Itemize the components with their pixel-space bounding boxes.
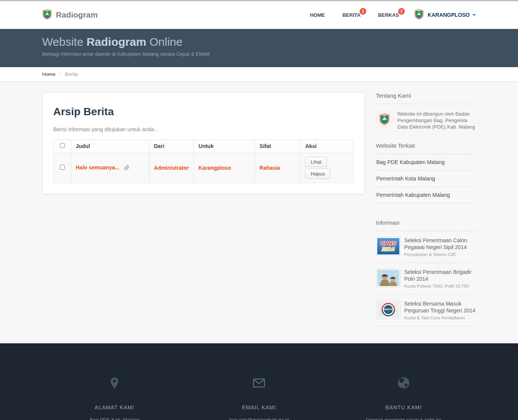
berita-title-link[interactable]: Halo semuanya...	[76, 164, 119, 171]
breadcrumb-home-link[interactable]: Home	[42, 71, 56, 77]
user-name: KARANGPLOSO	[428, 12, 470, 18]
berita-sender-link[interactable]: Administrator	[154, 165, 189, 171]
hero-title: Website Radiogram Online	[42, 35, 476, 48]
user-menu[interactable]: KARANGPLOSO	[414, 9, 476, 21]
related-section: Website Terkait Bag PDE Kabupaten Malang…	[376, 142, 476, 203]
nav-item-berita[interactable]: BERITA 1	[343, 12, 360, 18]
col-header-untuk: Untuk	[194, 140, 255, 153]
envelope-icon	[252, 385, 266, 391]
related-link-kota-malang[interactable]: Pemerintah Kota Malang	[376, 171, 476, 187]
table-header-row: Judul Dari Untuk Sifat Aksi	[53, 140, 353, 153]
info-heading: Informasi	[376, 219, 476, 231]
sidebar: Tentang Kami Website ini dibangun oleh B…	[376, 92, 476, 326]
footer-email-title: EMAIL KAMI	[187, 404, 331, 410]
berkas-count-badge: 1	[398, 8, 405, 14]
brand-name: Radiogram	[56, 10, 98, 19]
col-header-judul: Judul	[71, 140, 149, 153]
breadcrumb: Home / Berita	[42, 67, 476, 77]
berita-table: Judul Dari Untuk Sifat Aksi Halo semuany…	[53, 139, 354, 183]
col-header-aksi: Aksi	[301, 140, 353, 153]
breadcrumb-bar: Home / Berita	[0, 67, 518, 82]
navbar: Radiogram HOME BERITA 1 BERKAS 1	[0, 1, 518, 29]
nav-item-berkas[interactable]: BERKAS 1	[378, 12, 399, 18]
footer: ALAMAT KAMI Bag PDE Kab. Malang EMAIL KA…	[0, 343, 518, 420]
paperclip-icon	[124, 165, 130, 172]
site-crest-icon	[42, 9, 52, 21]
col-header-dari: Dari	[149, 140, 194, 153]
globe-icon	[397, 385, 410, 391]
about-heading: Tentang Kami	[376, 92, 476, 104]
footer-email-column: EMAIL KAMI bag-pde@malangkab.go.id	[187, 376, 331, 420]
footer-help-column: BANTU KAMI Dengan mengirim saran & kriti…	[331, 376, 476, 420]
info-title: Seleksi Penerimaan Brigadir Polri 2014	[404, 269, 476, 282]
info-section: Informasi CPNS 2014 Seleksi Penerimaan C…	[376, 219, 476, 326]
hero-subtitle: Berbagi Informasi antar daerah di Kabupa…	[42, 51, 476, 57]
page-title: Arsip Berita	[53, 106, 354, 118]
chevron-down-icon	[472, 14, 476, 16]
info-subtitle: Persyaratan & Sistem CAT	[404, 252, 476, 257]
footer-address-column: ALAMAT KAMI Bag PDE Kab. Malang	[42, 376, 187, 420]
berita-sifat-link[interactable]: Rahasia	[259, 165, 280, 171]
info-title: Seleksi Penerimaan Calon Pegawai Negeri …	[404, 237, 476, 251]
user-crest-icon	[414, 9, 424, 21]
sbmptn-thumbnail: SBMPTN 2014	[376, 300, 401, 319]
map-marker-icon	[108, 385, 121, 391]
arsip-berita-card: Arsip Berita Berisi Informasi yang dituj…	[42, 92, 365, 194]
related-heading: Website Terkait	[376, 142, 476, 154]
lihat-button[interactable]: Lihat	[305, 157, 327, 167]
footer-help-text: Dengan mengirim saran & kritik ke	[331, 417, 476, 420]
row-checkbox[interactable]	[60, 165, 65, 170]
info-item-polri[interactable]: Seleksi Penerimaan Brigadir Polri 2014 K…	[376, 263, 476, 294]
table-row: Halo semuanya... Administrator Karangplo…	[53, 153, 353, 183]
info-title: Seleksi Bersama Masuk Perguruan Tinggi N…	[404, 300, 476, 314]
polri-thumbnail	[376, 269, 401, 287]
svg-text:SBMPTN: SBMPTN	[384, 308, 393, 311]
select-all-checkbox[interactable]	[60, 143, 65, 148]
about-text: Website ini dibangun oleh Badan Pengemba…	[397, 111, 476, 130]
about-crest-icon	[376, 111, 393, 127]
main-nav: HOME BERITA 1 BERKAS 1	[293, 9, 476, 21]
info-subtitle: Kuota Polwan 7000, Polki 10.750	[404, 284, 476, 288]
about-section: Tentang Kami Website ini dibangun oleh B…	[376, 92, 476, 130]
breadcrumb-current: Berita	[65, 71, 78, 77]
berita-count-badge: 1	[360, 8, 366, 14]
col-header-sifat: Sifat	[255, 140, 301, 153]
page-body: Arsip Berita Berisi Informasi yang dituj…	[0, 82, 518, 343]
related-link-bag-pde[interactable]: Bag PDE Kabupaten Malang	[376, 154, 476, 171]
footer-address-text: Bag PDE Kab. Malang	[42, 417, 187, 420]
cpns-thumbnail: CPNS 2014	[376, 237, 401, 256]
berita-recipient-link[interactable]: Karangploso	[198, 165, 231, 171]
related-link-kabupaten-malang[interactable]: Pemerintah Kabupaten Malang	[376, 187, 476, 203]
info-item-cpns[interactable]: CPNS 2014 Seleksi Penerimaan Calon Pegaw…	[376, 231, 476, 263]
footer-help-title: BANTU KAMI	[331, 404, 476, 410]
brand-link[interactable]: Radiogram	[42, 9, 98, 21]
footer-email-link[interactable]: bag-pde@malangkab.go.id	[229, 417, 289, 420]
page-description: Berisi Informasi yang ditujukan untuk an…	[53, 126, 354, 132]
breadcrumb-separator: /	[60, 71, 61, 77]
info-subtitle: Kuota & Tata Cara Pendaftaran	[404, 315, 476, 320]
info-item-sbmptn[interactable]: SBMPTN 2014 Seleksi Bersama Masuk Pergur…	[376, 294, 476, 326]
svg-text:2014: 2014	[386, 311, 390, 313]
hero-banner: Website Radiogram Online Berbagi Informa…	[0, 29, 518, 67]
footer-address-title: ALAMAT KAMI	[42, 404, 187, 410]
hapus-button[interactable]: Hapus	[305, 169, 330, 179]
nav-item-home[interactable]: HOME	[310, 12, 325, 18]
